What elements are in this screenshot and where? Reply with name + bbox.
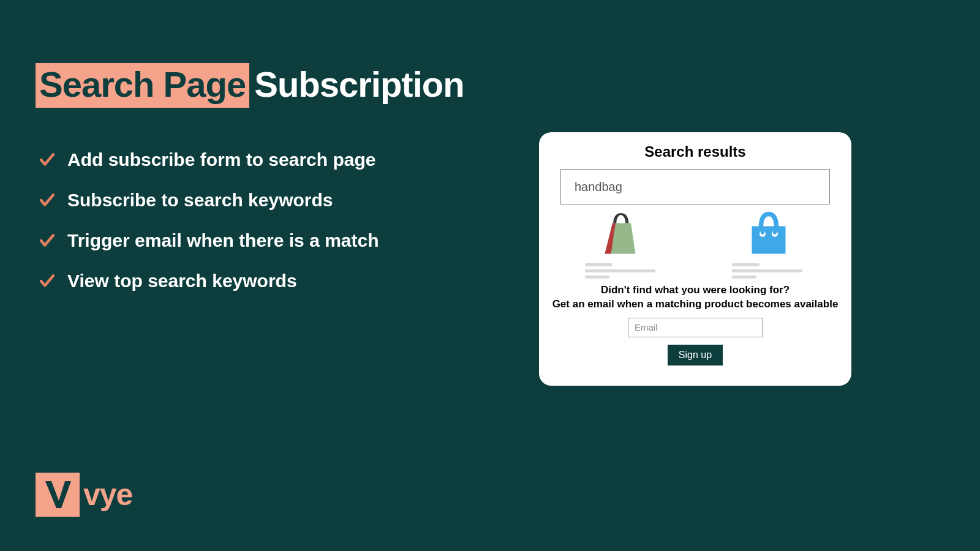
check-icon xyxy=(38,151,56,169)
brand-logo: vye xyxy=(36,473,132,517)
title-highlight: Search Page xyxy=(36,63,249,108)
feature-label: Trigger email when there is a match xyxy=(67,230,379,251)
feature-item: Trigger email when there is a match xyxy=(38,230,379,251)
check-icon xyxy=(38,231,56,250)
feature-list: Add subscribe form to search page Subscr… xyxy=(38,149,379,291)
feature-label: Subscribe to search keywords xyxy=(67,190,333,211)
check-icon xyxy=(38,191,56,209)
svg-rect-0 xyxy=(752,227,786,254)
slide-title: Search PageSubscription xyxy=(36,64,464,105)
feature-item: View top search keywords xyxy=(38,271,379,291)
email-placeholder: Email xyxy=(635,322,658,332)
shopping-bag-icon xyxy=(597,209,646,258)
subscribe-prompt: Didn't find what you were looking for? G… xyxy=(551,283,839,312)
prompt-line: Didn't find what you were looking for? xyxy=(601,284,790,296)
handbag-icon xyxy=(744,209,793,258)
product-item xyxy=(732,209,805,279)
feature-item: Subscribe to search keywords xyxy=(38,190,379,211)
check-icon xyxy=(38,272,56,290)
feature-label: Add subscribe form to search page xyxy=(67,149,375,170)
search-results-card: Search results handbag xyxy=(539,132,851,386)
skeleton-placeholder xyxy=(732,263,805,279)
skeleton-placeholder xyxy=(585,263,658,279)
logo-mark xyxy=(36,473,80,517)
prompt-line: Get an email when a matching product bec… xyxy=(552,298,839,310)
signup-button[interactable]: Sign up xyxy=(668,345,723,365)
svg-point-4 xyxy=(773,230,777,234)
search-value: handbag xyxy=(575,180,622,194)
feature-label: View top search keywords xyxy=(67,271,297,291)
logo-text: vye xyxy=(83,477,132,512)
email-field[interactable]: Email xyxy=(628,318,763,337)
title-rest: Subscription xyxy=(254,64,464,104)
card-title: Search results xyxy=(551,143,839,160)
product-item xyxy=(585,209,658,279)
search-input[interactable]: handbag xyxy=(560,169,830,204)
svg-point-3 xyxy=(761,230,764,234)
feature-item: Add subscribe form to search page xyxy=(38,149,379,170)
product-row xyxy=(551,209,839,279)
